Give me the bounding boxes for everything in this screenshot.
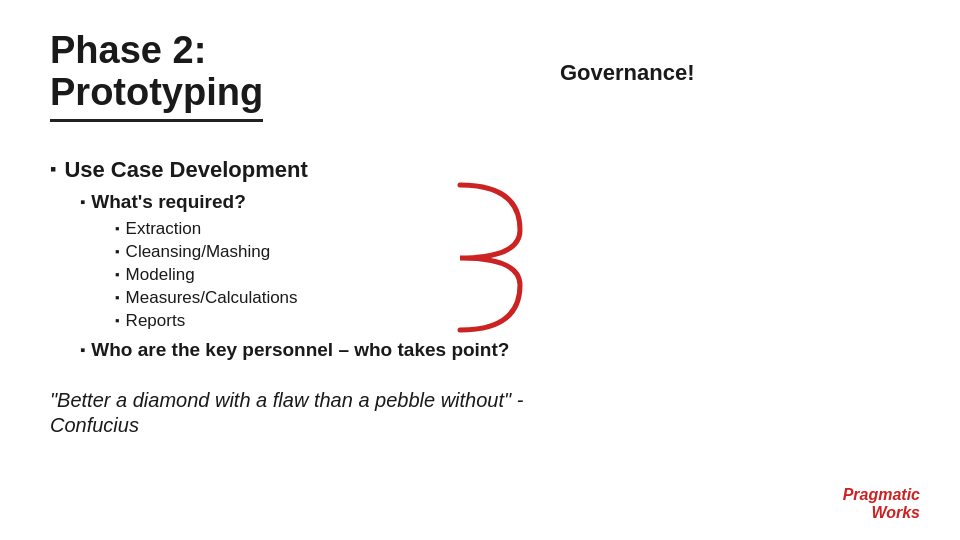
bracket-svg [380,175,640,340]
governance-label: Governance! [560,60,695,86]
logo-pragmatic: Pragmatic [843,486,920,504]
logo-area: Pragmatic Works [843,486,920,522]
slide: Phase 2: Prototyping Use Case Developmen… [0,0,960,540]
quote-line1: "Better a diamond with a flaw than a peb… [50,389,910,412]
logo-works: Works [843,504,920,522]
quote-line2: Confucius [50,414,910,437]
quote-block: "Better a diamond with a flaw than a peb… [50,389,910,437]
title-line2: Prototyping [50,72,263,114]
title-line1: Phase 2: [50,30,263,72]
governance-bracket [380,175,660,345]
title-block: Phase 2: Prototyping [50,30,263,122]
